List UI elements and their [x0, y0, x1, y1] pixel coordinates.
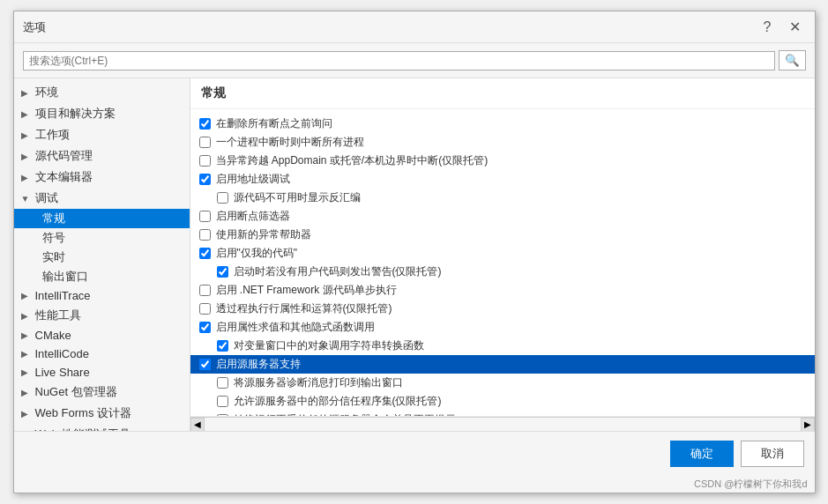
checkbox-opt2[interactable]: [199, 137, 211, 148]
scroll-left-arrow[interactable]: ◀: [190, 418, 205, 432]
title-bar-controls: ? ✕: [758, 17, 806, 37]
search-input[interactable]: [23, 51, 775, 70]
option-label-opt10: 启用 .NET Framework 源代码单步执行: [216, 283, 397, 298]
sidebar-item-liveshare[interactable]: ▶Live Share: [14, 363, 190, 382]
option-label-opt7: 使用新的异常帮助器: [216, 227, 311, 242]
arrow-icon: ▶: [21, 330, 32, 340]
checkbox-opt11[interactable]: [199, 303, 211, 315]
sidebar-item-project[interactable]: ▶项目和解决方案: [14, 103, 190, 124]
main-panel: 常规 在删除所有断点之前询问一个进程中断时则中断所有进程当异常跨越 AppDom…: [190, 78, 815, 431]
search-button[interactable]: 🔍: [779, 50, 806, 70]
sidebar-item-label: 源代码管理: [35, 148, 93, 164]
options-dialog: 选项 ? ✕ 🔍 ▶环境▶项目和解决方案▶工作项▶源代码管理▶文本编辑器▼调试常…: [13, 11, 816, 493]
sidebar-item-label: 环境: [35, 85, 58, 100]
option-label-opt16: 允许源服务器中的部分信任程序集(仅限托管): [234, 394, 442, 409]
sidebar-item-label: NuGet 包管理器: [35, 384, 117, 400]
content-area: ▶环境▶项目和解决方案▶工作项▶源代码管理▶文本编辑器▼调试常规符号实时输出窗口…: [14, 78, 815, 431]
arrow-icon: ▶: [21, 409, 32, 419]
option-label-opt15: 将源服务器诊断消息打印到输出窗口: [234, 375, 403, 390]
arrow-icon: ▶: [21, 152, 32, 161]
checkbox-opt16[interactable]: [217, 396, 228, 407]
horizontal-scrollbar: ◀ ▶: [190, 416, 815, 431]
option-item-opt3: 当异常跨越 AppDomain 或托管/本机边界时中断(仅限托管): [190, 152, 815, 170]
checkbox-opt12[interactable]: [199, 322, 211, 333]
checkbox-opt1[interactable]: [199, 118, 211, 130]
option-label-opt12: 启用属性求值和其他隐式函数调用: [216, 320, 375, 335]
sidebar: ▶环境▶项目和解决方案▶工作项▶源代码管理▶文本编辑器▼调试常规符号实时输出窗口…: [14, 78, 190, 431]
arrow-icon: ▶: [21, 109, 32, 119]
sidebar-item-texteditor[interactable]: ▶文本编辑器: [14, 167, 190, 188]
checkbox-opt4[interactable]: [199, 174, 211, 185]
option-item-opt16: 允许源服务器中的部分信任程序集(仅限托管): [190, 392, 815, 411]
option-label-opt8: 启用"仅我的代码": [216, 246, 298, 261]
checkbox-opt15[interactable]: [217, 377, 228, 389]
option-item-opt15: 将源服务器诊断消息打印到输出窗口: [190, 374, 815, 392]
option-item-opt12: 启用属性求值和其他隐式函数调用: [190, 318, 815, 337]
option-label-opt6: 启用断点筛选器: [216, 209, 290, 224]
option-label-opt11: 透过程执行行属性和运算符(仅限托管): [216, 301, 392, 316]
checkbox-opt8[interactable]: [199, 248, 211, 259]
option-label-opt14: 启用源服务器支持: [216, 357, 301, 372]
sidebar-item-label: CMake: [35, 329, 71, 342]
dialog-footer: 确定 取消: [14, 431, 815, 476]
option-item-opt8: 启用"仅我的代码": [190, 244, 815, 263]
sidebar-item-label: Live Share: [35, 366, 90, 379]
checkbox-opt5[interactable]: [217, 192, 228, 204]
arrow-icon: ▶: [21, 311, 32, 321]
sidebar-item-label: Web Forms 设计器: [35, 405, 132, 421]
checkbox-opt13[interactable]: [217, 340, 228, 352]
close-button[interactable]: ✕: [784, 17, 806, 37]
sidebar-item-label: 文本编辑器: [35, 169, 93, 185]
sidebar-item-perf[interactable]: ▶性能工具: [14, 305, 190, 326]
option-label-opt13: 对变量窗口中的对象调用字符串转换函数: [234, 338, 424, 353]
dialog-body: 🔍 ▶环境▶项目和解决方案▶工作项▶源代码管理▶文本编辑器▼调试常规符号实时输出…: [14, 43, 815, 431]
option-item-opt7: 使用新的异常帮助器: [190, 226, 815, 244]
help-button[interactable]: ?: [758, 18, 777, 37]
arrow-icon: ▶: [21, 173, 32, 182]
option-label-opt3: 当异常跨越 AppDomain 或托管/本机边界时中断(仅限托管): [216, 153, 489, 168]
sidebar-item-debug-general[interactable]: 常规: [14, 209, 190, 228]
option-label-opt5: 源代码不可用时显示反汇编: [234, 190, 361, 205]
scroll-right-arrow[interactable]: ▶: [801, 418, 815, 432]
option-item-opt2: 一个进程中断时则中断所有进程: [190, 133, 815, 152]
sidebar-item-debug-realtime[interactable]: 实时: [14, 248, 190, 267]
option-item-opt10: 启用 .NET Framework 源代码单步执行: [190, 281, 815, 300]
option-label-opt1: 在删除所有断点之前询问: [216, 116, 332, 131]
scroll-track[interactable]: [205, 418, 801, 431]
option-item-opt13: 对变量窗口中的对象调用字符串转换函数: [190, 337, 815, 355]
cancel-button[interactable]: 取消: [741, 441, 804, 467]
sidebar-item-nuget[interactable]: ▶NuGet 包管理器: [14, 382, 190, 403]
sidebar-item-debug[interactable]: ▼调试: [14, 188, 190, 209]
checkbox-opt6[interactable]: [199, 211, 211, 222]
option-item-opt11: 透过程执行行属性和运算符(仅限托管): [190, 300, 815, 318]
sidebar-item-debug-output[interactable]: 输出窗口: [14, 267, 190, 286]
watermark: CSDN @柠檬树下你和我d: [14, 476, 815, 493]
arrow-icon: ▶: [21, 388, 32, 397]
sidebar-item-cmake[interactable]: ▶CMake: [14, 326, 190, 345]
arrow-icon: ▼: [21, 194, 32, 204]
sidebar-item-webforms[interactable]: ▶Web Forms 设计器: [14, 403, 190, 424]
option-label-opt9: 启动时若没有用户代码则发出警告(仅限托管): [234, 264, 442, 279]
checkbox-opt9[interactable]: [217, 266, 228, 278]
option-item-opt6: 启用断点筛选器: [190, 207, 815, 226]
checkbox-opt3[interactable]: [199, 155, 211, 167]
sidebar-item-env[interactable]: ▶环境: [14, 82, 190, 103]
arrow-icon: ▶: [21, 291, 32, 300]
panel-title: 常规: [190, 78, 815, 109]
search-bar: 🔍: [14, 43, 815, 78]
sidebar-item-webperf[interactable]: ▶Web 性能测试工具: [14, 424, 190, 431]
sidebar-item-label: 性能工具: [35, 308, 81, 323]
sidebar-item-debug-symbol[interactable]: 符号: [14, 228, 190, 248]
checkbox-opt7[interactable]: [199, 229, 211, 241]
sidebar-item-intellitrace[interactable]: ▶IntelliTrace: [14, 286, 190, 305]
title-bar: 选项 ? ✕: [14, 11, 815, 43]
checkbox-opt14[interactable]: [199, 359, 211, 370]
checkbox-opt10[interactable]: [199, 285, 211, 296]
sidebar-item-workitem[interactable]: ▶工作项: [14, 124, 190, 145]
sidebar-item-intellicode[interactable]: ▶IntelliCode: [14, 345, 190, 363]
dialog-title: 选项: [23, 19, 46, 35]
ok-button[interactable]: 确定: [670, 441, 734, 467]
option-item-opt9: 启动时若没有用户代码则发出警告(仅限托管): [190, 263, 815, 281]
sidebar-item-label: 调试: [35, 190, 58, 206]
sidebar-item-srcctrl[interactable]: ▶源代码管理: [14, 145, 190, 167]
